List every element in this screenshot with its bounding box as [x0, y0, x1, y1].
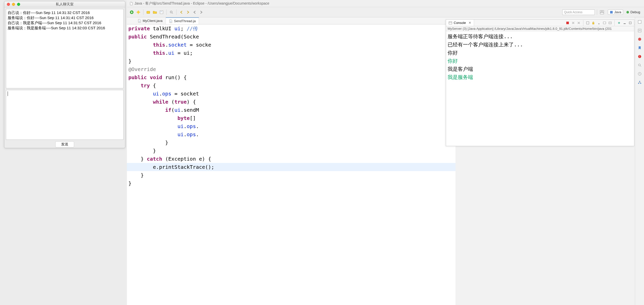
send-button[interactable]: 发送	[55, 141, 74, 147]
svg-rect-13	[610, 11, 613, 13]
svg-rect-26	[638, 20, 641, 23]
perspective-java[interactable]: Java	[608, 9, 623, 15]
perspective-debug-label: Debug	[630, 10, 640, 14]
maximize-icon[interactable]	[628, 21, 633, 25]
back-icon[interactable]	[192, 9, 197, 15]
new-console-view-icon[interactable]	[617, 21, 621, 25]
svg-rect-19	[566, 22, 569, 24]
svg-rect-22	[603, 22, 606, 24]
quick-access-placeholder: Quick Access	[564, 10, 582, 14]
svg-rect-10	[600, 10, 602, 12]
open-console-icon[interactable]	[608, 21, 612, 25]
debug-sun-icon[interactable]	[136, 9, 141, 15]
error-log-icon[interactable]: !	[637, 54, 642, 59]
console-output[interactable]: 服务端正等待客户端连接... 已经有一个客户端连接上来了... 你好 你好 我是…	[446, 31, 634, 146]
open-type-icon[interactable]	[159, 9, 164, 15]
minimize-icon[interactable]	[622, 21, 627, 25]
java-perspective-icon	[610, 10, 613, 14]
console-line: 你好	[448, 49, 633, 57]
svg-rect-36	[640, 83, 641, 84]
console-line: 我是服务端	[448, 73, 633, 81]
perspective-debug[interactable]: Debug	[624, 9, 642, 15]
chat-line: 服务端说：你好----Sun Sep 11 14:31:41 CST 2016	[8, 15, 122, 20]
task-list-icon[interactable]	[637, 28, 642, 33]
next-annotation-icon[interactable]	[185, 9, 191, 15]
svg-rect-21	[593, 23, 594, 24]
bookmarks-icon[interactable]	[637, 45, 642, 50]
chat-send-row: 发送	[4, 141, 125, 147]
console-line: 服务端正等待客户端连接...	[448, 32, 633, 40]
code-editor[interactable]: private talkUI ui; //传 public SendThread…	[127, 24, 455, 305]
remove-all-terminated-icon[interactable]	[571, 21, 575, 25]
problems-view-icon[interactable]	[637, 37, 642, 42]
separator	[143, 9, 143, 15]
type-hierarchy-icon[interactable]	[637, 80, 642, 85]
svg-rect-25	[629, 22, 631, 24]
svg-rect-34	[639, 81, 640, 82]
scroll-lock-icon[interactable]	[591, 21, 596, 25]
separator	[597, 9, 597, 15]
perspective-java-label: Java	[614, 10, 621, 14]
separator	[614, 20, 615, 26]
tab-label: SendThread.ja	[174, 19, 196, 23]
terminate-icon[interactable]	[565, 21, 570, 25]
run-icon[interactable]	[129, 9, 135, 15]
tab-label: MyClient.java	[143, 19, 163, 23]
separator	[176, 9, 177, 15]
clear-console-icon[interactable]	[585, 21, 590, 25]
forward-icon[interactable]	[198, 9, 204, 15]
pin-console-icon[interactable]	[597, 21, 601, 25]
java-file-icon: J	[138, 19, 141, 23]
svg-rect-20	[586, 22, 589, 24]
eclipse-title: Java - 客户端/src/SendThread.java - Eclipse…	[135, 1, 269, 6]
console-tabbar: Console ✕	[446, 20, 634, 26]
svg-point-28	[638, 38, 641, 41]
separator	[166, 9, 167, 15]
open-folder-icon[interactable]	[152, 9, 158, 15]
display-selected-console-icon[interactable]	[602, 21, 607, 25]
svg-line-32	[640, 66, 641, 67]
svg-rect-7	[160, 11, 163, 14]
chat-line: 服务端说：我是服务端----Sun Sep 11 14:32:03 CST 20…	[8, 25, 122, 31]
chat-title: 私人聊天室	[4, 2, 125, 7]
new-package-icon[interactable]	[145, 9, 151, 15]
console-tab-label: Console	[454, 21, 466, 25]
chat-input[interactable]	[6, 90, 124, 140]
chat-line: 自己说：你好----Sun Sep 11 14:31:32 CST 2016	[8, 10, 122, 15]
tab-sendthread[interactable]: J SendThread.ja	[166, 17, 199, 24]
separator	[583, 20, 583, 26]
eclipse-titlebar: Java - 客户端/src/SendThread.java - Eclipse…	[127, 0, 644, 7]
svg-point-31	[638, 64, 640, 66]
svg-rect-12	[600, 12, 604, 14]
svg-text:!: !	[639, 55, 640, 58]
svg-text:J: J	[139, 20, 140, 22]
svg-point-1	[137, 11, 140, 13]
console-process-label: MyServer (3) [Java Application] /Library…	[446, 26, 634, 31]
console-icon	[449, 21, 452, 25]
chat-log: 自己说：你好----Sun Sep 11 14:31:32 CST 2016 服…	[6, 9, 124, 88]
search-view-icon[interactable]	[637, 63, 642, 68]
chat-window: 私人聊天室 自己说：你好----Sun Sep 11 14:31:32 CST …	[4, 1, 125, 148]
chat-titlebar[interactable]: 私人聊天室	[4, 1, 125, 7]
quick-access-input[interactable]: Quick Access	[562, 9, 595, 15]
console-tab[interactable]: Console ✕	[446, 20, 474, 26]
history-view-icon[interactable]	[637, 71, 642, 76]
java-file-icon: J	[169, 19, 172, 23]
perspective-switcher: Java Debug	[608, 9, 642, 15]
prev-annotation-icon[interactable]	[179, 9, 184, 15]
eclipse-toolbar: Quick Access Java Debug	[127, 7, 644, 17]
console-line: 我是客户端	[448, 65, 633, 73]
remove-launch-icon[interactable]	[576, 21, 581, 25]
outline-view-icon[interactable]	[637, 19, 642, 24]
tab-myclient[interactable]: J MyClient.java	[135, 17, 166, 24]
chat-line: 自己说：我是客户端----Sun Sep 11 14:31:57 CST 201…	[8, 20, 122, 25]
eclipse-window: Java - 客户端/src/SendThread.java - Eclipse…	[127, 0, 644, 305]
console-toolbar	[565, 20, 634, 26]
console-view: Console ✕ MyServer (3) [Java Application…	[446, 19, 634, 146]
search-icon[interactable]	[169, 9, 174, 15]
file-icon	[129, 2, 133, 5]
svg-line-9	[172, 13, 173, 14]
close-icon[interactable]: ✕	[468, 21, 471, 25]
svg-text:J: J	[170, 20, 171, 23]
open-perspective-icon[interactable]	[599, 9, 605, 15]
